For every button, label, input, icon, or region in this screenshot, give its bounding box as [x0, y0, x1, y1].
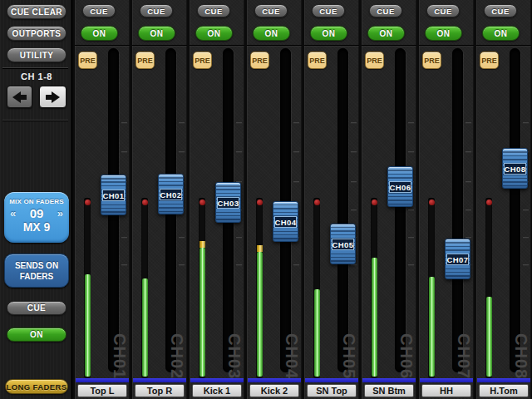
pre-badge[interactable]: PRE	[365, 52, 384, 69]
fader-scale-tick	[466, 151, 471, 153]
channel-cue-button[interactable]: CUE	[369, 4, 402, 17]
fader-track[interactable]	[510, 48, 520, 372]
fader-scale-tick	[179, 264, 185, 266]
pre-badge[interactable]: PRE	[422, 52, 441, 69]
level-meter	[256, 198, 263, 378]
channel-on-button[interactable]: ON	[195, 26, 233, 41]
peak-indicator	[85, 200, 91, 205]
fader-cap[interactable]: CH02	[158, 174, 184, 214]
peak-indicator	[142, 200, 148, 205]
next-mix-chevron-icon[interactable]: »	[57, 207, 63, 219]
strip-divider	[247, 45, 302, 46]
fader-scale-tick	[236, 151, 242, 153]
fader-cap[interactable]: CH03	[215, 182, 241, 223]
strip-divider	[304, 45, 359, 46]
fader-scale-tick	[408, 209, 414, 211]
fader-cap[interactable]: CH04	[273, 201, 298, 242]
channel-name[interactable]: Kick 1	[192, 384, 242, 397]
fader-track[interactable]	[395, 48, 406, 372]
fader-scale-tick	[121, 122, 127, 124]
arrow-left-icon	[12, 91, 27, 103]
sends-on-faders-button[interactable]: SENDS ON FADERS	[4, 254, 69, 288]
pre-badge[interactable]: PRE	[480, 52, 499, 69]
meter-level-fill	[85, 274, 91, 377]
fader-cap[interactable]: CH06	[387, 166, 413, 207]
fader-cap[interactable]: CH08	[502, 148, 528, 189]
channel-on-button[interactable]: ON	[138, 26, 175, 41]
sidebar-on-button[interactable]: ON	[7, 328, 66, 342]
prev-mix-chevron-icon[interactable]: «	[10, 207, 16, 219]
channel-cue-button[interactable]: CUE	[484, 4, 517, 17]
channel-on-button[interactable]: ON	[367, 26, 405, 41]
mix-panel-title: MIX ON FADERS	[4, 198, 69, 205]
channel-cue-button[interactable]: CUE	[197, 4, 230, 17]
meter-yellow-fill	[257, 245, 263, 252]
channel-watermark: CH02	[167, 333, 186, 379]
channel-cue-button[interactable]: CUE	[426, 4, 460, 17]
fader-cap-label: CH08	[504, 163, 526, 175]
fader-track[interactable]	[452, 48, 463, 372]
fader-cap-label: CH01	[102, 190, 125, 201]
fader-scale-tick	[408, 237, 414, 239]
mix-on-faders-panel[interactable]: MIX ON FADERS « 09 » MX 9	[4, 192, 69, 243]
level-meter	[371, 198, 377, 378]
pre-badge[interactable]: PRE	[193, 52, 212, 69]
channel-on-button[interactable]: ON	[482, 26, 520, 41]
meter-level-fill	[314, 289, 320, 377]
outports-button[interactable]: OUTPORTS	[7, 26, 66, 41]
channel-cue-button[interactable]: CUE	[140, 4, 173, 17]
fader-scale-tick	[121, 264, 127, 266]
sidebar-cue-button[interactable]: CUE	[7, 301, 66, 315]
prev-bank-button[interactable]	[7, 86, 32, 108]
fader-cap-label: CH03	[217, 197, 239, 209]
fader-scale-tick	[408, 264, 414, 266]
peak-indicator	[314, 200, 320, 205]
utility-button[interactable]: UTILITY	[7, 47, 66, 62]
pre-badge[interactable]: PRE	[135, 52, 155, 69]
channel-on-button[interactable]: ON	[425, 26, 462, 41]
pre-badge[interactable]: PRE	[250, 52, 269, 69]
long-faders-button[interactable]: LONG FADERS	[5, 379, 68, 394]
channel-cue-button[interactable]: CUE	[312, 4, 345, 17]
fader-scale-tick	[523, 237, 529, 239]
channel-name[interactable]: Top R	[135, 384, 185, 397]
channel-name[interactable]: HH	[421, 384, 471, 397]
strip-divider	[190, 45, 244, 46]
pre-badge[interactable]: PRE	[308, 52, 327, 69]
fader-scale-tick	[466, 209, 471, 211]
level-meter	[428, 198, 435, 378]
fader-cap-label: CH02	[160, 189, 182, 200]
strip-divider	[476, 45, 531, 46]
fader-cap[interactable]: CH05	[330, 224, 356, 264]
sidebar: CUE CLEAR OUTPORTS UTILITY CH 1-8 MIX ON…	[0, 0, 73, 399]
fader-track[interactable]	[337, 48, 348, 372]
channel-name[interactable]: SN Top	[307, 384, 357, 397]
channel-on-button[interactable]: ON	[81, 26, 118, 41]
channel-strip-ch03: CUE ON PRE CH03 CH03 Kick 1	[190, 0, 244, 399]
next-bank-button[interactable]	[39, 86, 66, 108]
pre-badge[interactable]: PRE	[78, 52, 97, 69]
stagemix-mixer-screen: CUE CLEAR OUTPORTS UTILITY CH 1-8 MIX ON…	[0, 0, 532, 399]
fader-cap-label: CH04	[274, 216, 297, 228]
channel-name[interactable]: Kick 2	[249, 384, 299, 397]
channel-cue-button[interactable]: CUE	[82, 4, 116, 17]
fader-cap[interactable]: CH07	[445, 239, 470, 279]
channel-name[interactable]: Top L	[77, 384, 127, 397]
peak-indicator	[257, 200, 263, 205]
cue-clear-button[interactable]: CUE CLEAR	[7, 4, 66, 19]
level-meter	[84, 198, 91, 378]
channel-color-bar	[76, 378, 129, 382]
fader-scale-tick	[351, 181, 357, 183]
fader-cap-label: CH05	[332, 239, 354, 250]
channel-name[interactable]: SN Btm	[364, 384, 414, 397]
channel-name[interactable]: H.Tom	[479, 384, 529, 397]
fader-cap[interactable]: CH01	[101, 175, 126, 215]
fader-scale-tick	[523, 209, 529, 211]
channel-on-button[interactable]: ON	[310, 26, 347, 41]
channel-strip-ch08: CUE ON PRE CH08 CH08 H.Tom	[476, 0, 531, 399]
fader-scale-tick	[351, 264, 357, 266]
channel-on-button[interactable]: ON	[253, 26, 290, 41]
sidebar-divider	[2, 67, 68, 68]
channel-cue-button[interactable]: CUE	[254, 4, 288, 17]
mix-name: MX 9	[4, 220, 69, 234]
